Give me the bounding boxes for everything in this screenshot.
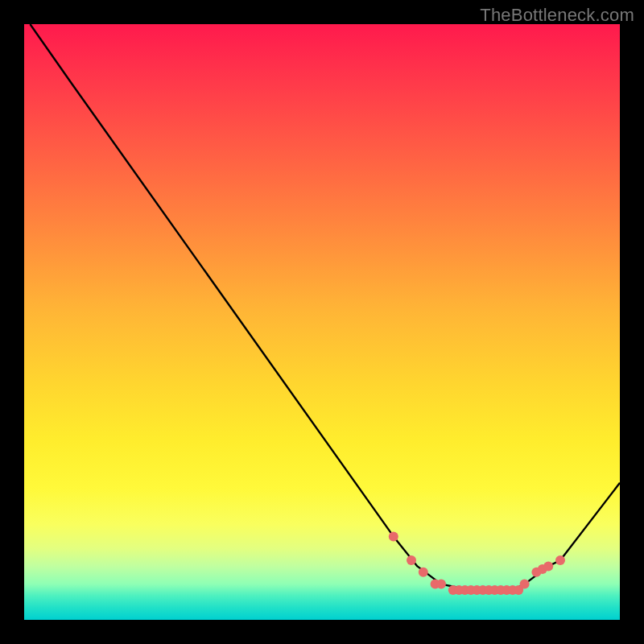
bottleneck-curve [30,24,620,590]
marker-dot [543,561,553,571]
chart-svg [24,24,620,620]
marker-dot [436,580,446,589]
watermark: TheBottleneck.com [480,5,634,26]
marker-dot [520,580,530,589]
marker-dots [389,531,565,595]
marker-dot [407,555,416,565]
chart-frame: TheBottleneck.com [0,0,644,644]
marker-dot [419,568,428,577]
plot-area [24,24,620,620]
marker-dot [389,531,398,541]
marker-dot [555,555,565,565]
